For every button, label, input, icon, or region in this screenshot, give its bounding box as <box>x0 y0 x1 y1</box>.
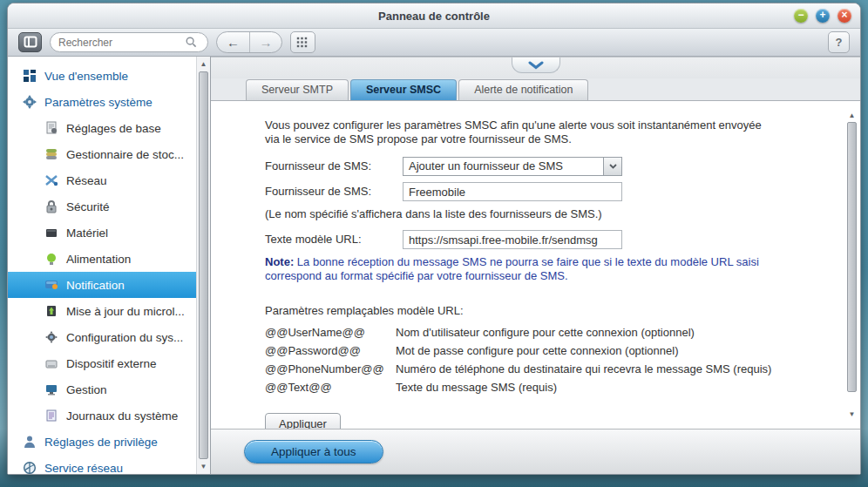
sidebar-item-mise-a-jour-du-microlog[interactable]: Mise à jour du microl... <box>8 298 197 324</box>
sidebar-item-label: Vue d'ensemble <box>44 70 128 83</box>
overview-grid-icon <box>23 69 37 83</box>
note-text: Note: La bonne réception du message SMS … <box>265 255 779 283</box>
history-nav: ← → <box>216 31 282 53</box>
content-scrollbar-thumb[interactable] <box>847 122 857 392</box>
scroll-down-icon[interactable]: ▼ <box>197 461 210 472</box>
firmware-update-icon <box>44 304 58 318</box>
sms-provider-select[interactable]: Ajouter un fournisseur de SMS <box>403 157 622 176</box>
param-desc: Mot de passe configure pour cette connex… <box>396 344 678 358</box>
sidebar-item-label: Journaux du système <box>66 409 178 423</box>
privileges-icon <box>23 435 37 449</box>
search-input[interactable] <box>58 37 186 49</box>
tab-alerte-de-notification[interactable]: Alerte de notification <box>458 79 588 100</box>
scroll-up-icon[interactable]: ▲ <box>845 110 858 121</box>
note-body: La bonne réception du message SMS ne pou… <box>265 255 759 282</box>
apply-to-all-button[interactable]: Appliquer à tous <box>244 440 383 463</box>
notification-icon <box>44 278 58 292</box>
window-title: Panneau de contrôle <box>378 10 490 23</box>
close-button[interactable]: × <box>837 9 851 23</box>
collapse-panel-button[interactable] <box>512 57 560 73</box>
apply-button[interactable]: Appliquer <box>265 413 341 429</box>
param-code: @@PhoneNumber@@ <box>265 362 396 376</box>
external-device-icon <box>44 356 58 370</box>
sidebar-item-parametres-systeme[interactable]: Paramètres système <box>8 89 197 115</box>
param-row-username: @@UserName@@ Nom d'utilisateur configure… <box>265 326 825 340</box>
scroll-down-icon[interactable]: ▼ <box>845 409 858 420</box>
sidebar-item-reglages-de-base[interactable]: Réglages de base <box>8 115 197 141</box>
sidebar-item-label: Sécurité <box>66 200 110 213</box>
main-area: Serveur SMTP Serveur SMSC Alerte de noti… <box>211 57 860 474</box>
sidebar-item-label: Service réseau <box>44 462 123 475</box>
system-logs-icon <box>44 409 58 423</box>
select-dropdown-arrow-icon[interactable] <box>603 158 621 175</box>
sidebar-item-securite[interactable]: Sécurité <box>8 193 197 220</box>
content-scrollbar[interactable]: ▲ ▼ <box>845 108 858 422</box>
sidebar-item-dispositif-externe[interactable]: Dispositif externe <box>8 350 197 376</box>
sms-provider-name-input[interactable] <box>403 182 622 201</box>
help-button[interactable]: ? <box>828 31 850 53</box>
tab-serveur-smsc[interactable]: Serveur SMSC <box>350 79 457 100</box>
sidebar-item-gestion[interactable]: Gestion <box>8 376 197 402</box>
apps-grid-icon <box>296 37 310 48</box>
tab-bar: Serveur SMTP Serveur SMSC Alerte de noti… <box>211 78 860 100</box>
sidebar-item-reglages-de-privilege[interactable]: Réglages de privilège <box>8 429 197 455</box>
param-desc: Nom d'utilisateur configure pour cette c… <box>396 326 695 340</box>
sidebar-toggle-icon <box>24 36 37 50</box>
sidebar-item-label: Gestionnaire de stoc... <box>66 148 184 161</box>
sidebar-item-notification[interactable]: Notification <box>8 272 197 298</box>
window-controls: − + × <box>794 9 851 23</box>
sidebar-item-reseau[interactable]: Réseau <box>8 167 197 193</box>
param-desc: Numéro de téléphone du destinataire qui … <box>396 362 771 376</box>
provider-name-hint: (Le nom spécifié s'affichera dans la lis… <box>265 207 825 221</box>
scroll-up-icon[interactable]: ▲ <box>197 58 210 70</box>
intro-text: Vous pouvez configurer les paramètres SM… <box>265 118 762 146</box>
minimize-button[interactable]: − <box>794 9 808 23</box>
param-desc: Texte du message SMS (requis) <box>396 381 557 395</box>
control-panel-window: Panneau de contrôle − + × ← → <box>7 3 861 475</box>
maximize-button[interactable]: + <box>816 9 830 23</box>
sidebar-item-label: Réglages de base <box>66 122 161 135</box>
sidebar-toggle-button[interactable] <box>18 32 42 52</box>
sidebar-item-label: Matériel <box>66 227 108 240</box>
param-code: @@UserName@@ <box>265 326 396 340</box>
sms-provider-select-value: Ajouter un fournisseur de SMS <box>403 158 603 175</box>
sidebar-scrollbar[interactable]: ▲ ▼ <box>196 57 210 474</box>
main-top-strip <box>211 57 860 78</box>
management-icon <box>44 382 58 396</box>
sidebar-item-service-reseau[interactable]: Service réseau <box>8 455 197 474</box>
sms-provider-name-label: Fournisseur de SMS: <box>265 185 403 199</box>
replaceable-params-title: Paramètres remplaçables modèle URL: <box>265 304 825 318</box>
sidebar-item-configuration-du-systeme[interactable]: Configuration du sys... <box>8 324 197 350</box>
apps-grid-button[interactable] <box>290 31 315 53</box>
system-config-icon <box>44 330 58 344</box>
param-code: @@Text@@ <box>265 381 396 395</box>
sidebar-scrollbar-thumb[interactable] <box>199 71 208 459</box>
sidebar-item-journaux-du-systeme[interactable]: Journaux du système <box>8 402 197 429</box>
note-prefix: Note: <box>265 255 294 268</box>
forward-button[interactable]: → <box>249 32 281 52</box>
param-row-password: @@Password@@ Mot de passe configure pour… <box>265 344 825 358</box>
sidebar-item-label: Notification <box>66 279 125 292</box>
url-template-input[interactable] <box>403 230 622 249</box>
sidebar-item-label: Alimentation <box>66 253 131 266</box>
chevron-down-icon <box>528 61 544 70</box>
back-button[interactable]: ← <box>217 32 249 52</box>
hardware-icon <box>44 226 58 240</box>
lock-icon <box>44 200 58 213</box>
sidebar-item-vue-densemble[interactable]: Vue d'ensemble <box>8 63 197 89</box>
param-row-phonenumber: @@PhoneNumber@@ Numéro de téléphone du d… <box>265 362 825 376</box>
sidebar-item-label: Mise à jour du microl... <box>66 305 185 318</box>
sidebar-item-materiel[interactable]: Matériel <box>8 220 197 246</box>
search-box[interactable] <box>50 32 208 52</box>
sidebar-item-label: Paramètres système <box>44 96 153 109</box>
basic-settings-icon <box>44 121 58 135</box>
tab-serveur-smtp[interactable]: Serveur SMTP <box>246 79 349 100</box>
sidebar-item-gestionnaire-de-stockage[interactable]: Gestionnaire de stoc... <box>8 141 197 167</box>
sidebar-item-alimentation[interactable]: Alimentation <box>8 246 197 272</box>
power-bulb-icon <box>44 252 58 266</box>
sidebar-item-label: Dispositif externe <box>66 357 157 370</box>
smsc-settings-panel: Vous pouvez configurer les paramètres SM… <box>211 100 860 429</box>
footer-bar: Appliquer à tous <box>211 429 860 474</box>
title-bar: Panneau de contrôle − + × <box>8 3 860 29</box>
sidebar-list: Vue d'ensemble Paramètres système Réglag… <box>8 57 197 474</box>
